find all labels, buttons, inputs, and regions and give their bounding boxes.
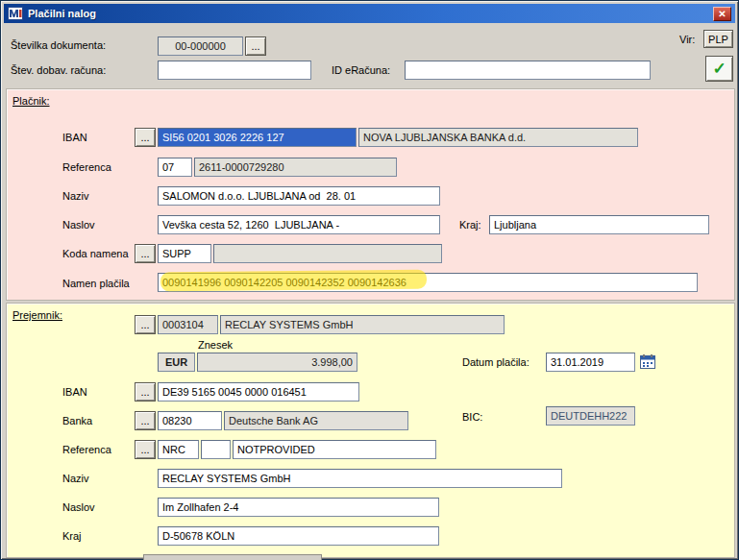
bank-label: Banka: [62, 415, 92, 426]
close-button[interactable]: ✕: [713, 7, 731, 21]
payer-iban-label: IBAN: [62, 132, 87, 143]
titlebar: Plačilni nalog ✕: [4, 4, 735, 23]
payer-name-input[interactable]: [158, 186, 440, 206]
payer-name-label: Naziv: [62, 190, 89, 202]
bank-name-field: Deutsche Bank AG: [224, 411, 408, 430]
check-icon: ✓: [712, 61, 726, 77]
recipient-address-label: Naslov: [62, 501, 95, 513]
purpose-code-browse-button[interactable]: ...: [135, 244, 156, 263]
recipient-iban-input[interactable]: [158, 382, 359, 402]
recipient-address-input[interactable]: [158, 498, 439, 517]
recipient-name-label: Naziv: [62, 473, 89, 484]
currency-field: EUR: [158, 353, 195, 372]
recipient-group: [6, 303, 735, 558]
window-title: Plačilni nalog: [28, 8, 708, 19]
payment-order-window: Plačilni nalog ✕ Številka dokumenta: 00-…: [0, 0, 739, 560]
payer-address-input[interactable]: [158, 215, 440, 234]
recipient-iban-label: IBAN: [62, 386, 87, 398]
payer-reference-label: Referenca: [62, 161, 111, 173]
calendar-icon[interactable]: [639, 353, 656, 371]
source-plp-button[interactable]: PLP: [703, 30, 733, 48]
recipient-reference-model-input[interactable]: [158, 440, 199, 459]
payer-legend: Plačnik:: [12, 95, 50, 107]
payment-purpose-input[interactable]: [158, 273, 698, 292]
payment-purpose-label: Namen plačila: [62, 278, 130, 289]
payer-reference-model-input[interactable]: [158, 158, 192, 177]
payment-date-input[interactable]: [546, 353, 635, 372]
cutoff-field-partial: [143, 554, 322, 560]
payer-city-label: Kraj:: [459, 219, 481, 231]
doc-number-label: Številka dokumenta:: [11, 39, 106, 51]
payer-iban-browse-button[interactable]: ...: [135, 128, 156, 147]
bic-label: BIC:: [462, 411, 482, 423]
recipient-name-display-field: RECLAY SYSTEMS GmbH: [220, 315, 505, 334]
supplier-invoice-input[interactable]: [158, 61, 311, 80]
recipient-city-input[interactable]: [158, 526, 439, 546]
recipient-reference-browse-button[interactable]: ...: [135, 440, 156, 459]
recipient-name-input[interactable]: [158, 469, 562, 488]
purpose-code-desc-field: [213, 244, 442, 263]
recipient-reference-label: Referenca: [62, 444, 111, 455]
recipient-browse-button[interactable]: ...: [135, 315, 156, 334]
payer-address-label: Naslov: [62, 219, 95, 231]
recipient-reference-check-input[interactable]: [201, 440, 231, 459]
doc-number-field: 00-000000: [158, 37, 243, 56]
supplier-invoice-label: Štev. dobav. računa:: [11, 64, 106, 76]
recipient-city-label: Kraj: [62, 530, 82, 542]
recipient-legend: Prejemnik:: [12, 309, 62, 321]
amount-field: 3.998,00: [197, 353, 357, 372]
recipient-reference-number-input[interactable]: [233, 440, 436, 459]
einvoice-id-input[interactable]: [405, 61, 651, 80]
einvoice-id-label: ID eRačuna:: [332, 64, 390, 76]
purpose-code-input[interactable]: [158, 244, 211, 263]
bank-code-input[interactable]: [158, 411, 222, 430]
payer-bank-name-field: NOVA LJUBLJANSKA BANKA d.d.: [358, 128, 638, 147]
purpose-code-label: Koda namena: [62, 248, 129, 259]
payer-reference-number-field: 2611-0000729280: [194, 158, 397, 177]
app-icon: [8, 6, 23, 21]
recipient-id-field: 0003104: [158, 315, 218, 334]
payment-date-label: Datum plačila:: [462, 356, 530, 368]
bic-field: DEUTDEHH222: [546, 406, 635, 426]
payer-city-input[interactable]: [489, 215, 709, 234]
bank-browse-button[interactable]: ...: [135, 411, 156, 430]
recipient-iban-browse-button[interactable]: ...: [135, 382, 156, 402]
close-icon: ✕: [718, 9, 726, 19]
payer-iban-input[interactable]: [158, 128, 357, 147]
confirm-button[interactable]: ✓: [705, 56, 733, 82]
source-label: Vir:: [679, 34, 695, 45]
doc-number-browse-button[interactable]: ...: [245, 37, 266, 56]
amount-label: Znesek: [198, 339, 233, 351]
